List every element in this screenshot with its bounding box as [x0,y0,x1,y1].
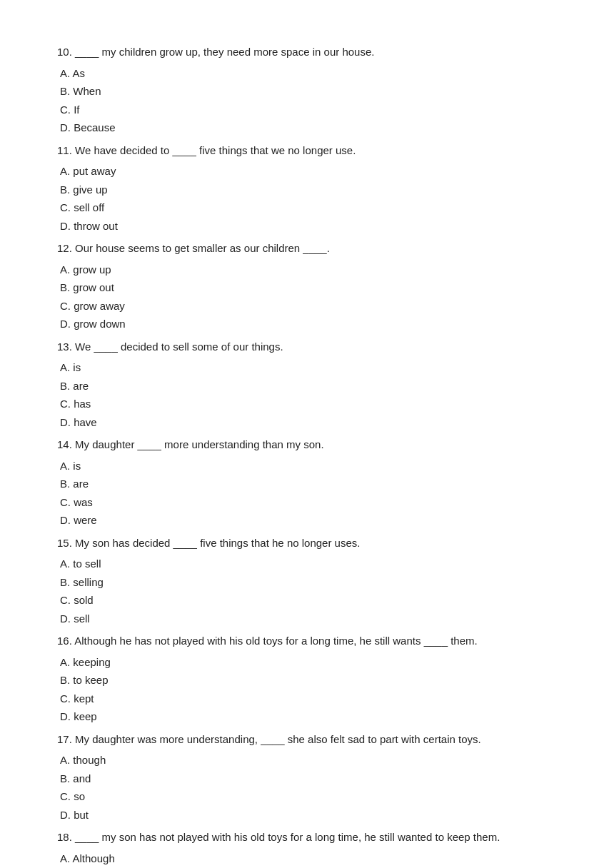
question-text-15: 15. My son has decided ____ five things … [57,534,557,552]
option-13-B: B. are [60,377,557,395]
option-16-A: A. keeping [60,653,557,672]
question-block-12: 12. Our house seems to get smaller as ou… [57,239,557,333]
question-block-11: 11. We have decided to ____ five things … [57,141,557,236]
option-11-B: B. give up [60,181,557,199]
option-17-A: A. though [60,751,557,769]
question-block-16: 16. Although he has not played with his … [57,632,557,726]
question-text-11: 11. We have decided to ____ five things … [57,141,557,160]
option-13-A: A. is [60,358,557,377]
option-12-A: A. grow up [60,261,557,279]
option-17-C: C. so [60,787,557,806]
option-16-C: C. kept [60,690,557,708]
option-10-D: D. Because [60,118,557,137]
question-text-10: 10. ____ my children grow up, they need … [57,43,557,61]
option-12-D: D. grow down [60,315,557,333]
option-18-A: A. Although [60,849,557,868]
option-15-D: D. sell [60,610,557,628]
question-text-14: 14. My daughter ____ more understanding … [57,435,557,454]
question-block-15: 15. My son has decided ____ five things … [57,534,557,628]
option-14-C: C. was [60,493,557,512]
option-15-B: B. selling [60,573,557,592]
question-text-16: 16. Although he has not played with his … [57,632,557,650]
option-17-B: B. and [60,769,557,788]
option-10-A: A. As [60,64,557,83]
option-16-B: B. to keep [60,671,557,690]
option-15-A: A. to sell [60,555,557,573]
question-block-18: 18. ____ my son has not played with his … [57,828,557,868]
option-14-B: B. are [60,475,557,493]
question-block-13: 13. We ____ decided to sell some of our … [57,338,557,432]
question-text-18: 18. ____ my son has not played with his … [57,828,557,847]
option-15-C: C. sold [60,591,557,610]
option-11-D: D. throw out [60,217,557,236]
question-text-12: 12. Our house seems to get smaller as ou… [57,239,557,258]
question-text-13: 13. We ____ decided to sell some of our … [57,338,557,356]
question-block-14: 14. My daughter ____ more understanding … [57,435,557,530]
option-11-A: A. put away [60,162,557,181]
option-13-C: C. has [60,395,557,413]
option-11-C: C. sell off [60,198,557,217]
option-10-B: B. When [60,82,557,101]
question-block-17: 17. My daughter was more understanding, … [57,730,557,824]
option-12-C: C. grow away [60,297,557,316]
option-12-B: B. grow out [60,278,557,297]
option-17-D: D. but [60,806,557,824]
quiz-container: 10. ____ my children grow up, they need … [57,43,557,868]
question-text-17: 17. My daughter was more understanding, … [57,730,557,749]
option-13-D: D. have [60,413,557,432]
question-block-10: 10. ____ my children grow up, they need … [57,43,557,137]
option-10-C: C. If [60,101,557,119]
option-16-D: D. keep [60,707,557,726]
option-14-D: D. were [60,511,557,530]
option-14-A: A. is [60,457,557,475]
